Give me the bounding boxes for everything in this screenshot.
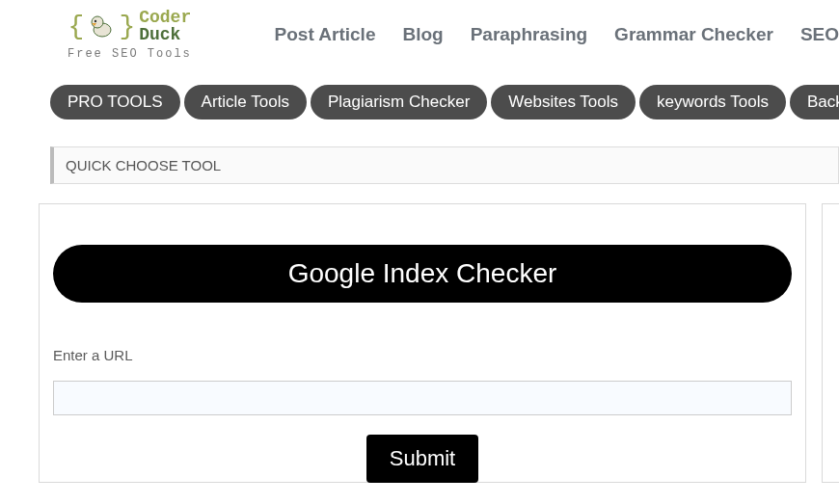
- main-nav: Post Article Blog Paraphrasing Grammar C…: [275, 24, 839, 45]
- brace-left-icon: {: [68, 12, 85, 41]
- side-card: [822, 203, 839, 483]
- logo-tagline: Free SEO Tools: [68, 47, 192, 61]
- pill-pro-tools[interactable]: PRO TOOLS: [50, 85, 180, 119]
- logo-word2: Duck: [139, 26, 191, 43]
- pill-backlink-tools[interactable]: Backlink Tools: [790, 85, 839, 119]
- content-row: Google Index Checker Enter a URL Submit: [39, 203, 839, 483]
- pill-article-tools[interactable]: Article Tools: [184, 85, 307, 119]
- tool-title: Google Index Checker: [53, 245, 792, 303]
- quick-choose-tool[interactable]: QUICK CHOOSE TOOL: [50, 146, 839, 184]
- url-field-label: Enter a URL: [53, 347, 792, 363]
- svg-point-2: [95, 20, 96, 22]
- duck-icon: [88, 13, 115, 40]
- submit-button[interactable]: Submit: [366, 435, 478, 483]
- top-bar: { } Coder Duck Free SEO Tools Post Artic…: [0, 0, 839, 69]
- quick-choose-label: QUICK CHOOSE TOOL: [66, 157, 221, 173]
- tool-card: Google Index Checker Enter a URL Submit: [39, 203, 806, 483]
- category-pills: PRO TOOLS Article Tools Plagiarism Check…: [0, 85, 839, 119]
- pill-keywords-tools[interactable]: keywords Tools: [639, 85, 786, 119]
- nav-post-article[interactable]: Post Article: [275, 24, 376, 45]
- brace-right-icon: }: [119, 12, 135, 41]
- logo[interactable]: { } Coder Duck Free SEO Tools: [68, 9, 192, 61]
- nav-blog[interactable]: Blog: [402, 24, 443, 45]
- pill-websites-tools[interactable]: Websites Tools: [491, 85, 636, 119]
- logo-word1: Coder: [139, 9, 191, 26]
- nav-paraphrasing[interactable]: Paraphrasing: [471, 24, 587, 45]
- nav-seo[interactable]: SEO: [800, 24, 839, 45]
- pill-plagiarism-checker[interactable]: Plagiarism Checker: [311, 85, 487, 119]
- svg-point-1: [92, 16, 103, 28]
- nav-grammar-checker[interactable]: Grammar Checker: [614, 24, 773, 45]
- url-input[interactable]: [53, 381, 792, 415]
